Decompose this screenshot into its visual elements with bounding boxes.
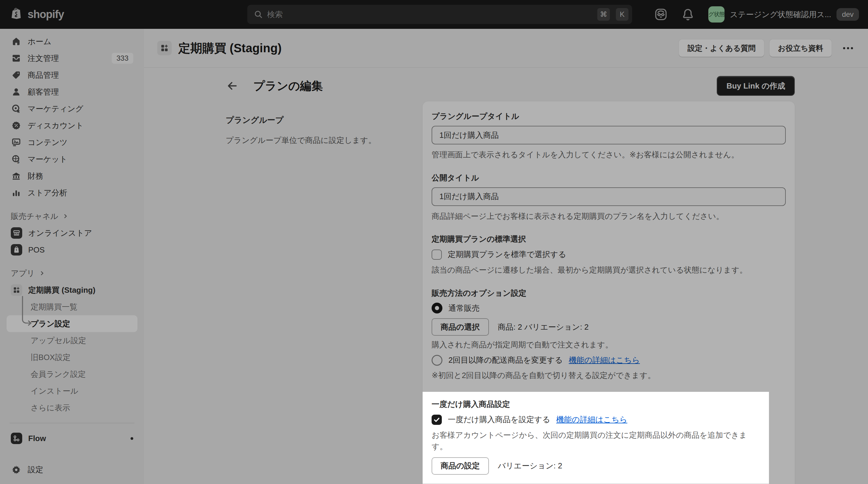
plan-group-description: プラングループ単位で商品に設定します。: [226, 134, 406, 146]
sales-options-label: 販売方法のオプション設定: [432, 288, 786, 298]
gear-icon: [11, 465, 22, 474]
sidebar-item-analytics[interactable]: ストア分析: [7, 184, 137, 201]
store-menu[interactable]: グ状態確 ステージング状態確認用ス... dev: [708, 6, 859, 23]
flow-icon: [11, 433, 22, 444]
sidebar-item-label: POS: [28, 245, 45, 254]
sidebar-item-flow[interactable]: Flow: [7, 430, 137, 447]
one-time-detail-link[interactable]: 機能の詳細はこちら: [556, 414, 627, 425]
change-later-radio-label: 2回目以降の配送商品を変更する: [448, 355, 563, 365]
default-selection-label: 定期購買プランの標準選択: [432, 234, 786, 244]
change-later-help: ※初回と2回目以降の商品を自動で切り替える設定ができます。: [432, 370, 786, 381]
sidebar-item-label: 財務: [28, 171, 43, 181]
select-products-button[interactable]: 商品の選択: [432, 318, 489, 336]
one-time-purchase-section-highlighted: 一度だけ購入商品設定 一度だけ購入商品を設定する 機能の詳細はこちら お客様アカ…: [423, 392, 769, 483]
sidebar-item-label: コンテンツ: [28, 137, 67, 148]
sidebar-item-content[interactable]: コンテンツ: [7, 134, 137, 151]
sidebar-item-label: Flow: [28, 434, 46, 443]
group-title-block: プラングループタイトル 管理画面上で表示されるタイトルを入力してください。※お客…: [432, 111, 786, 161]
header-actions: 設定・よくある質問 お役立ち資料: [679, 39, 856, 57]
online-store-icon: [11, 227, 22, 239]
plan-group-heading: プラングループ: [226, 115, 406, 125]
sidebar-item-online-store[interactable]: オンラインストア: [7, 224, 137, 241]
sidebar-item-label: オンラインストア: [28, 228, 92, 238]
sidebar-item-upsell-settings[interactable]: アップセル設定: [7, 332, 137, 349]
public-title-input[interactable]: [432, 187, 786, 206]
svg-text:$: $: [17, 159, 19, 164]
products-summary: 商品: 2 バリエーション: 2: [498, 322, 589, 332]
group-title-label: プラングループタイトル: [432, 111, 786, 122]
global-search[interactable]: ⌘ K: [247, 5, 632, 24]
change-later-radio[interactable]: [432, 355, 442, 366]
sidebar-item-customers[interactable]: 顧客管理: [7, 84, 137, 100]
public-title-block: 公開タイトル 商品詳細ページ上でお客様に表示される定期購買のプラン名を入力してく…: [432, 173, 786, 222]
sidebar-item-install[interactable]: インストール: [7, 383, 137, 399]
sidebar-item-label: マーケティング: [28, 103, 84, 114]
default-selection-checkbox[interactable]: [432, 249, 442, 260]
public-title-label: 公開タイトル: [432, 173, 786, 183]
sidebar-item-show-more[interactable]: さらに表示: [7, 399, 137, 416]
sidebar-section-apps[interactable]: アプリ: [7, 265, 137, 282]
pos-icon: [11, 244, 22, 255]
sidebar-item-label: さらに表示: [31, 403, 70, 413]
sidebar-item-label: ストア分析: [28, 188, 67, 198]
bank-icon: [11, 171, 22, 181]
discount-icon: [11, 121, 22, 130]
sidebar-item-home[interactable]: ホーム: [7, 33, 137, 50]
globe-dollar-icon: $: [11, 154, 22, 164]
create-buy-link-button[interactable]: Buy Link の作成: [717, 76, 795, 96]
sidebar-item-label: インストール: [31, 386, 78, 396]
orders-count-badge: 333: [112, 53, 133, 64]
sidebar-item-pos[interactable]: POS: [7, 241, 137, 258]
sidebar-item-label: 顧客管理: [28, 87, 59, 97]
shopify-logo[interactable]: shopify: [11, 7, 64, 22]
orders-icon: [11, 54, 22, 63]
sidebar-item-discounts[interactable]: ディスカウント: [7, 117, 137, 134]
group-title-input[interactable]: [432, 126, 786, 144]
group-title-help: 管理画面上で表示されるタイトルを入力してください。※お客様には公開されません。: [432, 149, 786, 161]
sidebar-item-member-rank-settings[interactable]: 会員ランク設定: [7, 366, 137, 383]
section-label: 販売チャネル: [11, 211, 58, 221]
one-time-checkbox[interactable]: [432, 415, 442, 425]
one-time-variations-summary: バリエーション: 2: [498, 461, 562, 471]
notifications-bell-icon[interactable]: [681, 8, 694, 21]
sidebar-item-markets[interactable]: $ マーケット: [7, 151, 137, 168]
faq-button[interactable]: 設定・よくある質問: [679, 39, 764, 57]
change-later-detail-link[interactable]: 機能の詳細はこちら: [569, 355, 640, 365]
search-icon: [254, 10, 263, 19]
flow-notification-dot: [130, 437, 133, 440]
normal-sales-radio[interactable]: [432, 303, 442, 313]
app-page-header: 定期購買 (Staging) 設定・よくある質問 お役立ち資料: [144, 29, 868, 68]
sidebar-item-orders[interactable]: 注文管理 333: [7, 50, 137, 67]
sidebar-section-sales-channels[interactable]: 販売チャネル: [7, 208, 137, 224]
sidebar-item-label: 商品管理: [28, 70, 59, 81]
sidebar-item-finance[interactable]: 財務: [7, 168, 137, 184]
default-selection-block: 定期購買プランの標準選択 定期購買プランを標準で選択する 該当の商品ページに遷移…: [432, 234, 786, 276]
app-grid-icon: [11, 284, 22, 296]
more-menu-button[interactable]: [840, 39, 856, 57]
plan-settings-card: プラングループタイトル 管理画面上で表示されるタイトルを入力してください。※お客…: [423, 101, 795, 484]
content: プランの編集 Buy Link の作成 プラングループ プラングループ単位で商品…: [144, 68, 868, 484]
store-name: ステージング状態確認用ス...: [730, 9, 831, 20]
k-key-badge: K: [616, 8, 628, 21]
page-title: 定期購買 (Staging): [178, 40, 282, 56]
default-selection-checkbox-label: 定期購買プランを標準で選択する: [448, 249, 566, 260]
sidebar-item-label: 定期購買一覧: [31, 302, 78, 312]
assistant-face-icon[interactable]: [654, 8, 668, 21]
shopify-wordmark: shopify: [28, 8, 64, 21]
sidebar-item-products[interactable]: 商品管理: [7, 67, 137, 84]
sidebar-item-settings[interactable]: 設定: [7, 461, 137, 478]
search-input[interactable]: [267, 10, 591, 19]
one-time-help: お客様アカウントページから、次回の定期購買の注文に定期商品以外の商品を追加できま…: [432, 430, 760, 452]
sidebar-item-old-box-settings[interactable]: 旧BOX設定: [7, 349, 137, 366]
back-arrow-button[interactable]: [226, 79, 239, 92]
configure-products-button[interactable]: 商品の設定: [432, 457, 489, 475]
bar-chart-icon: [11, 188, 22, 198]
app-grid-icon: [157, 41, 172, 55]
content-head: プランの編集 Buy Link の作成: [226, 75, 795, 97]
tag-icon: [11, 70, 22, 80]
sidebar-item-marketing[interactable]: マーケティング: [7, 100, 137, 117]
resources-button[interactable]: お役立ち資料: [770, 39, 832, 57]
sidebar-item-label: 注文管理: [28, 53, 59, 64]
sidebar-item-label: 設定: [28, 464, 43, 475]
section-label: アプリ: [11, 268, 35, 279]
